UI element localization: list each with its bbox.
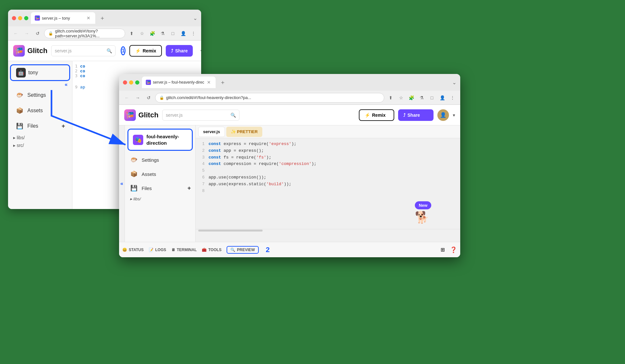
browser-tab-1[interactable]: 🎏 server.js – tony ✕ <box>31 12 95 24</box>
sidebar-files-1[interactable]: 💾 Files + <box>10 119 70 133</box>
monitor-icon-2: 🖥 <box>171 248 175 252</box>
traffic-lights-1 <box>12 16 28 20</box>
glitch-logo-2[interactable]: 🎏 Glitch <box>124 109 158 121</box>
tab-close-2[interactable]: ✕ <box>206 79 212 85</box>
sidebar-tree-libs-1[interactable]: ▸ libs/ <box>8 134 72 141</box>
dropdown-btn-2[interactable]: ▾ <box>453 113 455 118</box>
terminal-label-2: TERMINAL <box>177 248 197 252</box>
line-content-3: const fs = require('fs'); <box>209 154 460 161</box>
address-field-2[interactable]: 🔒 glitch.com/edit/#!/foul-heavenly-direc… <box>155 93 384 103</box>
dog-mascot: 🐕 <box>415 211 431 224</box>
bookmark-btn-2[interactable]: ☆ <box>396 93 406 102</box>
share-page-btn-2[interactable]: ⬆ <box>386 93 395 102</box>
code-line-6: 6 app.use(compression()); <box>196 174 460 181</box>
code-line-2: 2 const app = express(); <box>196 148 460 154</box>
reader-btn-1[interactable]: □ <box>168 29 177 38</box>
flask-btn-1[interactable]: ⚗ <box>158 29 167 38</box>
terminal-btn-2[interactable]: 🖥 TERMINAL <box>171 248 197 252</box>
remix-btn-1[interactable]: ⚡ Remix <box>129 45 162 57</box>
browser-window-2: 🎏 server.js – foul-heavenly-direc ✕ ＋ ⌄ … <box>119 74 460 257</box>
preview-btn-2[interactable]: 🔍 PREVIEW <box>227 246 258 254</box>
collapse-sidebar-btn-1[interactable]: « <box>65 82 68 87</box>
search-placeholder-2: server.js <box>166 113 182 118</box>
address-field-1[interactable]: 🔒 glitch.com/edit/#!/tony?path=server.js… <box>44 29 125 38</box>
sidebar-settings-2[interactable]: 🐡 Settings <box>125 153 195 167</box>
forward-btn-2[interactable]: → <box>133 93 142 102</box>
sidebar-tree-libs-2[interactable]: ▸ libs/ <box>125 195 195 203</box>
preview-icon-2: 🔍 <box>230 248 235 252</box>
code-line-4: 4 const compression = require('compressi… <box>196 161 460 168</box>
flask-btn-2[interactable]: ⚗ <box>417 93 426 102</box>
tab-title-2: server.js – foul-heavenly-direc <box>153 80 204 85</box>
code-scrollbar-2[interactable] <box>196 229 460 232</box>
close-button-2[interactable] <box>123 80 127 85</box>
search-box-1[interactable]: server.js 🔍 <box>51 45 116 56</box>
avatar-2[interactable]: 👤 <box>437 109 449 121</box>
extensions-btn-2[interactable]: 🧩 <box>407 93 416 102</box>
reload-btn-1[interactable]: ↺ <box>33 29 42 38</box>
share-btn-1[interactable]: ⤴ Share <box>166 45 193 57</box>
search-box-2[interactable]: server.js 🔍 <box>162 110 239 121</box>
code-tab-serverjs[interactable]: server.js <box>198 127 225 137</box>
status-btn-2[interactable]: 😀 STATUS <box>122 248 144 252</box>
code-tab-prettier[interactable]: ✨ PRETTIER <box>226 127 262 137</box>
sidebar-tree-src-1[interactable]: ▸ src/ <box>8 141 72 149</box>
share-label-2: Share <box>407 113 420 118</box>
share-btn-2[interactable]: ⤴ Share <box>398 109 434 121</box>
add-file-btn-1[interactable]: + <box>61 123 65 130</box>
tools-btn-2[interactable]: 🧰 TOOLS <box>202 248 221 252</box>
number-badge-1: 1 <box>121 46 126 55</box>
line-num-5: 5 <box>196 168 209 174</box>
dropdown-btn-1[interactable]: ▾ <box>201 48 201 53</box>
share-label-1: Share <box>175 48 188 53</box>
sidebar-assets-2[interactable]: 📦 Assets <box>125 167 195 181</box>
forward-btn-1[interactable]: → <box>22 29 31 38</box>
browser-tab-2[interactable]: 🎏 server.js – foul-heavenly-direc ✕ <box>142 77 216 88</box>
back-btn-2[interactable]: ← <box>122 93 131 102</box>
sidebar-files-2[interactable]: 💾 Files + <box>125 181 195 195</box>
remix-label-2: Remix <box>372 113 386 118</box>
titlebar-1: 🎏 server.js – tony ✕ ＋ ⌄ <box>8 10 201 26</box>
glitch-logo-1[interactable]: 🎏 Glitch <box>13 45 47 57</box>
fullscreen-button-1[interactable] <box>24 16 28 20</box>
reader-btn-2[interactable]: □ <box>427 93 436 102</box>
question-icon-2[interactable]: ❓ <box>450 246 457 253</box>
collapse-btn-2[interactable]: « <box>120 181 123 187</box>
tab-overflow-2[interactable]: ⌄ <box>452 79 456 86</box>
scrollbar-thumb-2[interactable] <box>198 230 263 232</box>
share-page-btn-1[interactable]: ⬆ <box>127 29 136 38</box>
add-file-btn-2[interactable]: + <box>187 185 191 192</box>
tools-label-2: TOOLS <box>208 248 221 252</box>
sidebar-assets-1[interactable]: 📦 Assets <box>10 104 70 118</box>
back-btn-1[interactable]: ← <box>11 29 20 38</box>
menu-btn-2[interactable]: ⋮ <box>448 93 457 102</box>
extensions-btn-1[interactable]: 🧩 <box>148 29 157 38</box>
lightning-icon-remix-1: ⚡ <box>135 48 141 53</box>
fullscreen-button-2[interactable] <box>135 80 139 85</box>
bookmark-btn-1[interactable]: ☆ <box>137 29 146 38</box>
new-tab-btn-1[interactable]: ＋ <box>98 14 107 23</box>
sidebar-project-tony[interactable]: 🤖 tony <box>10 64 70 81</box>
code-tab-label: server.js <box>203 129 220 134</box>
line-num-3: 3 <box>196 154 209 161</box>
minimize-button-2[interactable] <box>129 80 133 85</box>
traffic-lights-2 <box>123 80 139 85</box>
remix-btn-2[interactable]: ⚡ Remix <box>359 109 394 121</box>
menu-btn-1[interactable]: ⋮ <box>189 29 198 38</box>
new-tab-btn-2[interactable]: ＋ <box>218 78 227 87</box>
sidebar-project-foul-heavenly[interactable]: 🎭 foul-heavenly-direction <box>127 129 193 151</box>
sidebar-settings-1[interactable]: 🐡 Settings <box>10 88 70 102</box>
profile-btn-2[interactable]: 👤 <box>438 93 447 102</box>
minimize-button-1[interactable] <box>18 16 22 20</box>
close-button-1[interactable] <box>12 16 16 20</box>
line-num-6: 6 <box>196 174 209 181</box>
reload-btn-2[interactable]: ↺ <box>144 93 153 102</box>
tab-close-1[interactable]: ✕ <box>86 15 91 21</box>
grid-icon-2[interactable]: ⊞ <box>441 247 445 253</box>
glitch-logo-icon-2: 🎏 <box>124 109 136 121</box>
tab-favicon-1: 🎏 <box>35 15 40 21</box>
logs-btn-2[interactable]: 📝 LOGS <box>149 248 166 252</box>
address-actions-2: ⬆ ☆ 🧩 ⚗ □ 👤 ⋮ <box>386 93 457 102</box>
profile-btn-1[interactable]: 👤 <box>179 29 188 38</box>
tab-overflow-1[interactable]: ⌄ <box>193 15 197 21</box>
